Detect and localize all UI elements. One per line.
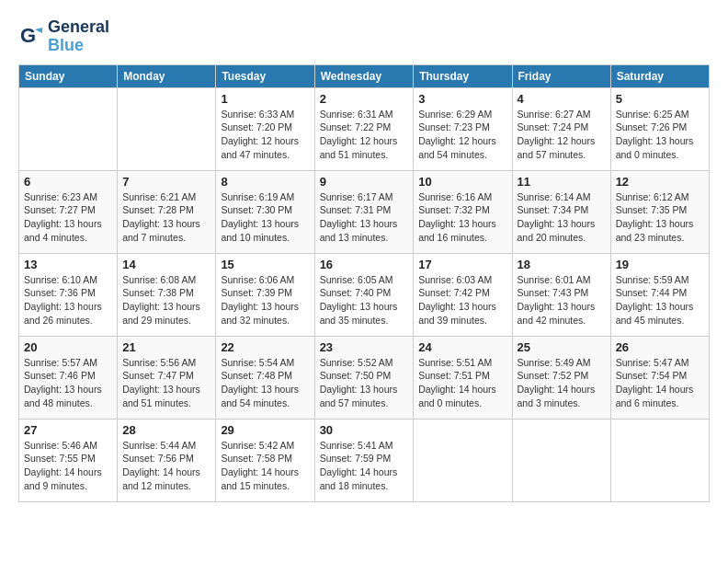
day-info: Sunrise: 5:59 AM Sunset: 7:44 PM Dayligh… (616, 273, 704, 327)
page-header: G GeneralBlue (18, 18, 710, 55)
weekday-header-thursday: Thursday (414, 64, 512, 87)
calendar-header-row: SundayMondayTuesdayWednesdayThursdayFrid… (19, 64, 710, 87)
calendar-week-row: 6Sunrise: 6:23 AM Sunset: 7:27 PM Daylig… (19, 170, 710, 253)
day-number: 5 (616, 92, 704, 106)
day-info: Sunrise: 6:01 AM Sunset: 7:43 PM Dayligh… (518, 273, 606, 327)
day-number: 24 (418, 340, 506, 354)
day-number: 22 (221, 340, 309, 354)
day-number: 12 (616, 175, 704, 189)
calendar-cell: 15Sunrise: 6:06 AM Sunset: 7:39 PM Dayli… (216, 253, 314, 336)
day-info: Sunrise: 5:46 AM Sunset: 7:55 PM Dayligh… (24, 439, 112, 493)
calendar-cell (512, 419, 610, 501)
day-number: 15 (221, 258, 309, 271)
calendar-cell: 7Sunrise: 6:21 AM Sunset: 7:28 PM Daylig… (118, 170, 216, 253)
day-number: 14 (122, 258, 210, 271)
day-info: Sunrise: 6:12 AM Sunset: 7:35 PM Dayligh… (616, 190, 704, 245)
day-number: 9 (320, 175, 409, 189)
day-info: Sunrise: 6:10 AM Sunset: 7:36 PM Dayligh… (24, 273, 112, 327)
calendar-table: SundayMondayTuesdayWednesdayThursdayFrid… (18, 64, 710, 502)
day-info: Sunrise: 6:05 AM Sunset: 7:40 PM Dayligh… (320, 273, 409, 327)
calendar-cell (19, 87, 118, 170)
day-number: 19 (616, 258, 704, 271)
day-number: 27 (24, 423, 112, 437)
day-info: Sunrise: 5:57 AM Sunset: 7:46 PM Dayligh… (24, 356, 112, 410)
calendar-cell: 20Sunrise: 5:57 AM Sunset: 7:46 PM Dayli… (19, 336, 118, 419)
calendar-cell: 2Sunrise: 6:31 AM Sunset: 7:22 PM Daylig… (314, 87, 414, 170)
calendar-cell: 29Sunrise: 5:42 AM Sunset: 7:58 PM Dayli… (216, 419, 314, 501)
logo-icon: G (18, 24, 44, 50)
calendar-cell: 18Sunrise: 6:01 AM Sunset: 7:43 PM Dayli… (512, 253, 610, 336)
day-info: Sunrise: 5:44 AM Sunset: 7:56 PM Dayligh… (122, 439, 210, 493)
calendar-cell (414, 419, 512, 501)
calendar-cell: 22Sunrise: 5:54 AM Sunset: 7:48 PM Dayli… (216, 336, 314, 419)
day-number: 3 (418, 92, 506, 106)
day-number: 10 (418, 175, 506, 189)
day-number: 6 (24, 175, 112, 189)
day-info: Sunrise: 5:52 AM Sunset: 7:50 PM Dayligh… (320, 356, 409, 410)
day-number: 30 (320, 423, 409, 437)
calendar-cell: 14Sunrise: 6:08 AM Sunset: 7:38 PM Dayli… (118, 253, 216, 336)
weekday-header-sunday: Sunday (19, 64, 118, 87)
calendar-cell: 23Sunrise: 5:52 AM Sunset: 7:50 PM Dayli… (314, 336, 414, 419)
calendar-cell: 17Sunrise: 6:03 AM Sunset: 7:42 PM Dayli… (414, 253, 512, 336)
day-info: Sunrise: 6:08 AM Sunset: 7:38 PM Dayligh… (122, 273, 210, 327)
day-number: 21 (122, 340, 210, 354)
day-number: 20 (24, 340, 112, 354)
day-info: Sunrise: 5:49 AM Sunset: 7:52 PM Dayligh… (518, 356, 606, 410)
calendar-cell: 24Sunrise: 5:51 AM Sunset: 7:51 PM Dayli… (414, 336, 512, 419)
day-number: 8 (221, 175, 309, 189)
day-info: Sunrise: 5:54 AM Sunset: 7:48 PM Dayligh… (221, 356, 309, 410)
calendar-cell: 12Sunrise: 6:12 AM Sunset: 7:35 PM Dayli… (610, 170, 709, 253)
day-info: Sunrise: 6:17 AM Sunset: 7:31 PM Dayligh… (320, 190, 409, 245)
logo: G GeneralBlue (18, 18, 109, 55)
weekday-header-monday: Monday (118, 64, 216, 87)
day-info: Sunrise: 5:41 AM Sunset: 7:59 PM Dayligh… (320, 439, 409, 493)
day-number: 4 (518, 92, 606, 106)
calendar-cell: 25Sunrise: 5:49 AM Sunset: 7:52 PM Dayli… (512, 336, 610, 419)
day-info: Sunrise: 6:25 AM Sunset: 7:26 PM Dayligh… (616, 108, 704, 162)
calendar-week-row: 1Sunrise: 6:33 AM Sunset: 7:20 PM Daylig… (19, 87, 710, 170)
calendar-cell: 26Sunrise: 5:47 AM Sunset: 7:54 PM Dayli… (610, 336, 709, 419)
weekday-header-wednesday: Wednesday (314, 64, 414, 87)
day-info: Sunrise: 6:31 AM Sunset: 7:22 PM Dayligh… (320, 108, 409, 162)
day-number: 17 (418, 258, 506, 271)
day-number: 11 (518, 175, 606, 189)
calendar-cell: 16Sunrise: 6:05 AM Sunset: 7:40 PM Dayli… (314, 253, 414, 336)
weekday-header-tuesday: Tuesday (216, 64, 314, 87)
day-info: Sunrise: 5:42 AM Sunset: 7:58 PM Dayligh… (221, 439, 309, 493)
day-info: Sunrise: 5:51 AM Sunset: 7:51 PM Dayligh… (418, 356, 506, 410)
day-number: 29 (221, 423, 309, 437)
svg-text:G: G (20, 24, 36, 47)
day-info: Sunrise: 6:16 AM Sunset: 7:32 PM Dayligh… (418, 190, 506, 245)
calendar-week-row: 20Sunrise: 5:57 AM Sunset: 7:46 PM Dayli… (19, 336, 710, 419)
calendar-cell: 30Sunrise: 5:41 AM Sunset: 7:59 PM Dayli… (314, 419, 414, 501)
calendar-week-row: 27Sunrise: 5:46 AM Sunset: 7:55 PM Dayli… (19, 419, 710, 501)
day-number: 16 (320, 258, 409, 271)
day-number: 28 (122, 423, 210, 437)
calendar-cell: 10Sunrise: 6:16 AM Sunset: 7:32 PM Dayli… (414, 170, 512, 253)
calendar-cell: 9Sunrise: 6:17 AM Sunset: 7:31 PM Daylig… (314, 170, 414, 253)
calendar-cell: 1Sunrise: 6:33 AM Sunset: 7:20 PM Daylig… (216, 87, 314, 170)
calendar-cell: 19Sunrise: 5:59 AM Sunset: 7:44 PM Dayli… (610, 253, 709, 336)
calendar-cell: 28Sunrise: 5:44 AM Sunset: 7:56 PM Dayli… (118, 419, 216, 501)
day-number: 2 (320, 92, 409, 106)
calendar-cell: 13Sunrise: 6:10 AM Sunset: 7:36 PM Dayli… (19, 253, 118, 336)
weekday-header-saturday: Saturday (610, 64, 709, 87)
calendar-cell: 5Sunrise: 6:25 AM Sunset: 7:26 PM Daylig… (610, 87, 709, 170)
calendar-cell: 4Sunrise: 6:27 AM Sunset: 7:24 PM Daylig… (512, 87, 610, 170)
day-info: Sunrise: 6:14 AM Sunset: 7:34 PM Dayligh… (518, 190, 606, 245)
calendar-cell: 21Sunrise: 5:56 AM Sunset: 7:47 PM Dayli… (118, 336, 216, 419)
day-info: Sunrise: 6:29 AM Sunset: 7:23 PM Dayligh… (418, 108, 506, 162)
day-number: 18 (518, 258, 606, 271)
calendar-cell: 6Sunrise: 6:23 AM Sunset: 7:27 PM Daylig… (19, 170, 118, 253)
weekday-header-friday: Friday (512, 64, 610, 87)
calendar-cell: 11Sunrise: 6:14 AM Sunset: 7:34 PM Dayli… (512, 170, 610, 253)
day-info: Sunrise: 6:27 AM Sunset: 7:24 PM Dayligh… (518, 108, 606, 162)
day-info: Sunrise: 6:21 AM Sunset: 7:28 PM Dayligh… (122, 190, 210, 245)
day-info: Sunrise: 6:23 AM Sunset: 7:27 PM Dayligh… (24, 190, 112, 245)
calendar-cell (610, 419, 709, 501)
calendar-cell: 8Sunrise: 6:19 AM Sunset: 7:30 PM Daylig… (216, 170, 314, 253)
day-info: Sunrise: 6:03 AM Sunset: 7:42 PM Dayligh… (418, 273, 506, 327)
day-number: 1 (221, 92, 309, 106)
calendar-cell (118, 87, 216, 170)
